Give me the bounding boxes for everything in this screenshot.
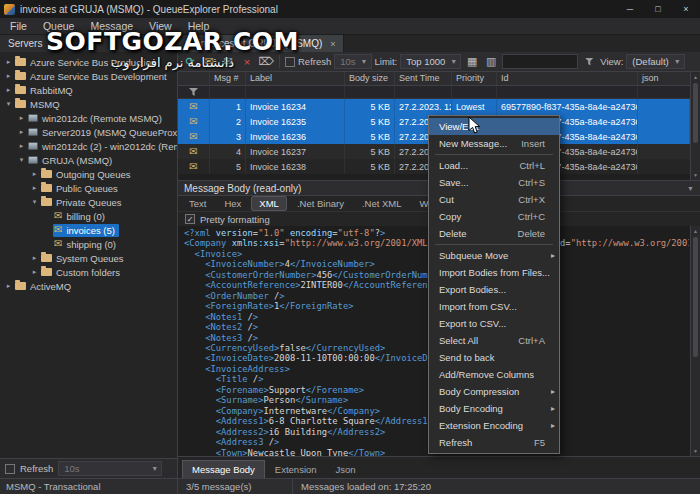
tree-item-outgoing-queues[interactable]: ▸Outgoing Queues	[0, 167, 177, 181]
group-by-icon[interactable]: ▥	[483, 54, 499, 70]
expand-icon[interactable]: ▸	[3, 72, 14, 80]
context-item-delete[interactable]: DeleteDelete	[429, 225, 559, 242]
expand-icon[interactable]: ▸	[3, 282, 14, 290]
tab-invoices-at-gruja[interactable]: ✉ invoices at GRUJA (MSMQ) ×	[178, 35, 344, 52]
expand-icon[interactable]: ▸	[29, 268, 40, 276]
xml-scrollbar[interactable]: ▲ ▼	[690, 226, 700, 456]
context-item-new-message[interactable]: New Message...Insert	[429, 135, 559, 152]
context-item-copy[interactable]: CopyCtrl+C	[429, 208, 559, 225]
close-button[interactable]: ×	[672, 0, 700, 18]
panel-menu-icon[interactable]: ▼	[687, 185, 694, 192]
body-tab-net-xml[interactable]: .Net XML	[354, 196, 410, 211]
grid-scrollbar-thumb[interactable]	[693, 83, 698, 143]
scroll-down-icon[interactable]: ▼	[691, 170, 700, 180]
servers-panel-header[interactable]: Servers	[0, 35, 178, 52]
grid-filter-row[interactable]	[178, 86, 690, 99]
filter-funnel-cell[interactable]	[178, 86, 210, 98]
context-item-view-edit[interactable]: View/Edit	[429, 118, 559, 135]
tree-item-msmq[interactable]: ▾MSMQ	[0, 97, 177, 111]
body-tab-xml[interactable]: XML	[251, 196, 287, 211]
maximize-button[interactable]: □	[644, 0, 672, 18]
tree-item-azure-service-bus-production[interactable]: ▸Azure Service Bus Production	[0, 55, 177, 69]
sidebar-refresh-checkbox[interactable]	[5, 464, 15, 474]
tree-item-gruja-msmq[interactable]: ▾GRUJA (MSMQ)	[0, 153, 177, 167]
scroll-up-icon[interactable]: ▲	[691, 72, 700, 82]
context-item-body-compression[interactable]: Body Compression▸	[429, 383, 559, 400]
context-item-export-to-csv[interactable]: Export to CSV...	[429, 315, 559, 332]
collapse-icon[interactable]: ▾	[3, 100, 14, 108]
collapse-icon[interactable]: ▾	[16, 156, 27, 164]
context-item-import-from-csv[interactable]: Import from CSV...	[429, 298, 559, 315]
menu-view[interactable]: View	[141, 18, 180, 35]
expand-icon[interactable]: ▸	[3, 86, 14, 94]
expand-icon[interactable]: ▸	[29, 184, 40, 192]
filter-cell[interactable]	[210, 86, 246, 98]
filter-funnel-icon[interactable]	[581, 54, 597, 70]
expand-icon[interactable]: ▸	[16, 128, 27, 136]
new-message-icon[interactable]: ✉	[201, 54, 217, 70]
panel-tab-extension[interactable]: Extension	[266, 461, 326, 478]
refresh-queue-icon[interactable]: ⟳	[182, 54, 198, 70]
expand-icon[interactable]: ▸	[29, 254, 40, 262]
column-header-body-size[interactable]: Body size	[345, 72, 395, 85]
tree-item-shipping-0[interactable]: ✉shipping (0)	[0, 237, 177, 251]
context-item-body-encoding[interactable]: Body Encoding▸	[429, 400, 559, 417]
tree-item-public-queues[interactable]: ▸Public Queues	[0, 181, 177, 195]
expand-icon[interactable]: ▸	[16, 142, 27, 150]
context-item-refresh[interactable]: RefreshF5	[429, 434, 559, 451]
tree-item-server2019-msmq-queueproxy[interactable]: ▸Server2019 (MSMQ QueueProxy)	[0, 125, 177, 139]
context-item-send-to-back[interactable]: Send to back	[429, 349, 559, 366]
view-select[interactable]: (Default) ▼	[626, 54, 684, 69]
tree-item-invoices-5[interactable]: ✉invoices (5)	[0, 223, 177, 237]
context-item-select-all[interactable]: Select AllCtrl+A	[429, 332, 559, 349]
menu-queue[interactable]: Queue	[35, 18, 83, 35]
grid-scrollbar[interactable]: ▲ ▼	[690, 72, 700, 180]
panel-tab-json[interactable]: Json	[327, 461, 365, 478]
context-item-import-bodies-from-files[interactable]: Import Bodies from Files...	[429, 264, 559, 281]
filter-cell[interactable]	[638, 86, 690, 98]
menu-file[interactable]: File	[2, 18, 35, 35]
menu-message[interactable]: Message	[82, 18, 141, 35]
quick-filter-input[interactable]	[502, 54, 578, 69]
pretty-formatting-checkbox[interactable]	[185, 214, 195, 224]
column-header-id[interactable]: Id	[497, 72, 638, 85]
tab-close-icon[interactable]: ×	[327, 39, 335, 49]
message-row-1[interactable]: ✉1Invoice 162345 KB27.2.2023. 12:24Lowes…	[178, 99, 690, 114]
context-item-add-remove-columns[interactable]: Add/Remove Columns	[429, 366, 559, 383]
minimize-button[interactable]: ─	[616, 0, 644, 18]
context-item-subqueue-move[interactable]: Subqueue Move▸	[429, 247, 559, 264]
filter-cell[interactable]	[345, 86, 395, 98]
filter-cell[interactable]	[497, 86, 638, 98]
context-item-load[interactable]: Load...Ctrl+L	[429, 157, 559, 174]
context-item-cut[interactable]: CutCtrl+X	[429, 191, 559, 208]
tree-item-win2012dc-remote-msmq[interactable]: ▸win2012dc (Remote MSMQ)	[0, 111, 177, 125]
panel-tab-message-body[interactable]: Message Body	[182, 460, 265, 478]
context-item-extension-encoding[interactable]: Extension Encoding▸	[429, 417, 559, 434]
tree-item-billing-0[interactable]: ✉billing (0)	[0, 209, 177, 223]
column-header-msg[interactable]: Msg #	[210, 72, 246, 85]
title-bar[interactable]: invoices at GRUJA (MSMQ) - QueueExplorer…	[0, 0, 700, 18]
tree-item-custom-folders[interactable]: ▸Custom folders	[0, 265, 177, 279]
tree-item-win2012dc-2-win2012dc-remote-msmq[interactable]: ▸win2012dc (2) - win2012dc (Remote MSMQ)	[0, 139, 177, 153]
view-message-icon[interactable]: ✉	[220, 54, 236, 70]
body-tab-hex[interactable]: Hex	[216, 196, 249, 211]
tree-item-activemq[interactable]: ▸ActiveMQ	[0, 279, 177, 293]
columns-grid-icon[interactable]: ▦	[464, 54, 480, 70]
scroll-down-icon[interactable]: ▼	[691, 446, 700, 456]
column-header-priority[interactable]: Priority	[452, 72, 497, 85]
filter-cell[interactable]	[395, 86, 452, 98]
tree-item-rabbitmq[interactable]: ▸RabbitMQ	[0, 83, 177, 97]
purge-queue-icon[interactable]: ⌦	[258, 54, 274, 70]
expand-icon[interactable]: ▸	[16, 114, 27, 122]
sidebar-refresh-interval-select[interactable]: 10s ▼	[58, 461, 162, 476]
filter-cell[interactable]	[452, 86, 497, 98]
tree-item-azure-service-bus-development[interactable]: ▸Azure Service Bus Development	[0, 69, 177, 83]
body-tab-text[interactable]: Text	[181, 196, 214, 211]
column-header-json[interactable]: json	[638, 72, 690, 85]
expand-icon[interactable]: ▸	[3, 58, 14, 66]
tree-item-system-queues[interactable]: ▸System Queues	[0, 251, 177, 265]
column-header-sent-time[interactable]: Sent Time	[395, 72, 452, 85]
body-tab-net-binary[interactable]: .Net Binary	[289, 196, 352, 211]
auto-refresh-checkbox[interactable]	[285, 57, 295, 67]
delete-message-icon[interactable]: ×	[239, 54, 255, 70]
